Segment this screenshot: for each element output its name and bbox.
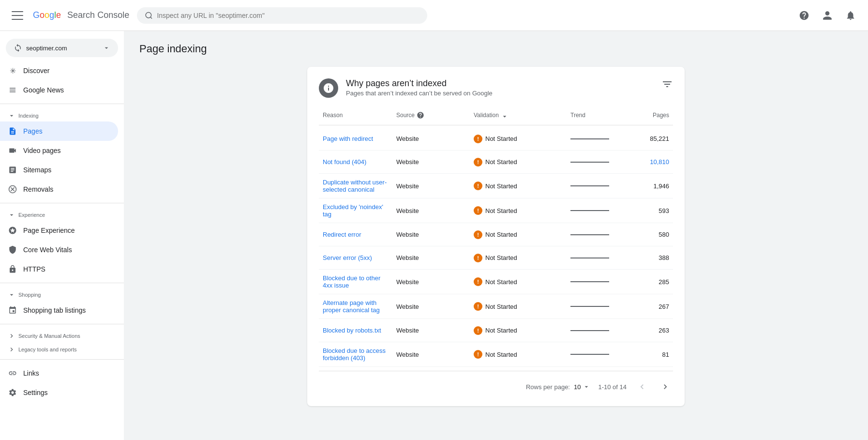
source-help-icon[interactable] <box>417 111 424 119</box>
sidebar-item-https[interactable]: HTTPS <box>0 259 118 279</box>
trend-line <box>570 354 609 355</box>
menu-button[interactable] <box>8 6 27 25</box>
removals-icon <box>8 184 17 194</box>
validation-status: Not Started <box>485 351 517 358</box>
page-title: Page indexing <box>139 43 853 55</box>
cell-reason[interactable]: Excluded by 'noindex' tag <box>319 198 392 223</box>
table-row: Alternate page with proper canonical tag… <box>319 294 673 319</box>
sidebar-label-links: Links <box>23 369 39 377</box>
cell-pages: 81 <box>625 346 673 363</box>
sidebar-item-shopping-tab[interactable]: Shopping tab listings <box>0 301 118 320</box>
sidebar-label-google-news: Google News <box>23 86 64 94</box>
notifications-button[interactable] <box>841 6 860 25</box>
table-row: Excluded by 'noindex' tag Website ! Not … <box>319 198 673 223</box>
col-reason: Reason <box>319 109 392 121</box>
cell-reason[interactable]: Blocked due to access forbidden (403) <box>319 342 392 366</box>
search-bar[interactable] <box>137 7 427 24</box>
logo-google: Google <box>33 10 61 20</box>
card-header: Why pages aren’t indexed Pages that aren… <box>319 78 673 98</box>
cell-pages[interactable]: 10,810 <box>625 153 673 170</box>
table-row: Blocked due to access forbidden (403) We… <box>319 342 673 367</box>
trend-line <box>570 281 609 282</box>
cell-validation: ! Not Started <box>470 249 567 267</box>
help-button[interactable] <box>794 6 814 25</box>
prev-page-button[interactable] <box>634 379 650 394</box>
validation-status: Not Started <box>485 278 517 286</box>
cell-reason[interactable]: Not found (404) <box>319 153 392 170</box>
sidebar-item-pages[interactable]: Pages <box>0 121 118 141</box>
topbar: Google Search Console <box>0 0 868 31</box>
cell-validation: ! Not Started <box>470 321 567 340</box>
cell-pages: 285 <box>625 273 673 290</box>
sidebar-label-shopping-tab: Shopping tab listings <box>23 306 86 314</box>
sidebar-item-links[interactable]: Links <box>0 364 118 383</box>
cell-reason[interactable]: Blocked by robots.txt <box>319 322 392 339</box>
validation-badge: ! Not Started <box>474 277 517 286</box>
cell-trend <box>567 325 625 336</box>
sidebar-item-google-news[interactable]: Google News <box>0 80 118 100</box>
cell-trend <box>567 301 625 312</box>
sidebar-item-removals[interactable]: Removals <box>0 180 118 199</box>
sidebar-item-core-web-vitals[interactable]: Core Web Vitals <box>0 240 118 259</box>
url-search-input[interactable] <box>157 12 419 19</box>
https-icon <box>8 264 17 274</box>
sidebar-section-shopping[interactable]: Shopping <box>0 287 124 301</box>
validation-warning-icon: ! <box>474 254 482 262</box>
validation-badge: ! Not Started <box>474 158 517 167</box>
sidebar-item-sitemaps[interactable]: Sitemaps <box>0 160 118 180</box>
cell-reason[interactable]: Blocked due to other 4xx issue <box>319 270 392 294</box>
trend-line <box>570 138 609 139</box>
video-icon <box>8 146 17 155</box>
shopping-icon <box>8 305 17 315</box>
rows-per-page-label: Rows per page: <box>526 383 570 391</box>
sidebar-item-settings[interactable]: Settings <box>0 383 118 402</box>
table-header: Reason Source Validation Trend Pages <box>319 109 673 125</box>
cell-reason[interactable]: Duplicate without user-selected canonica… <box>319 174 392 198</box>
cell-pages: 1,946 <box>625 178 673 195</box>
rows-per-page-value: 10 <box>574 383 581 391</box>
trend-line <box>570 330 609 331</box>
sidebar: seoptimer.com ✳ Discover Google News Ind… <box>0 31 124 440</box>
card-header-text: Why pages aren’t indexed Pages that aren… <box>346 78 493 97</box>
cell-validation: ! Not Started <box>470 345 567 364</box>
search-icon <box>145 11 153 20</box>
validation-badge: ! Not Started <box>474 326 517 335</box>
sidebar-item-video-pages[interactable]: Video pages <box>0 141 118 160</box>
cell-reason[interactable]: Server error (5xx) <box>319 249 392 266</box>
sidebar-section-indexing[interactable]: Indexing <box>0 108 124 121</box>
sidebar-section-experience[interactable]: Experience <box>0 207 124 221</box>
settings-icon <box>8 388 17 397</box>
google-search-console-logo: Google Search Console <box>33 10 129 20</box>
cell-pages: 593 <box>625 202 673 219</box>
sidebar-item-discover[interactable]: ✳ Discover <box>0 61 118 80</box>
cell-pages: 267 <box>625 298 673 315</box>
cell-validation: ! Not Started <box>470 201 567 220</box>
next-page-button[interactable] <box>658 379 673 394</box>
cell-trend <box>567 157 625 167</box>
chevron-down-icon <box>8 291 15 299</box>
trend-line <box>570 210 609 211</box>
site-selector[interactable]: seoptimer.com <box>6 39 118 57</box>
cell-reason[interactable]: Alternate page with proper canonical tag <box>319 294 392 319</box>
cell-reason[interactable]: Page with redirect <box>319 130 392 147</box>
shopping-section-label: Shopping <box>18 292 41 298</box>
cell-validation: ! Not Started <box>470 177 567 195</box>
cell-reason[interactable]: Redirect error <box>319 226 392 243</box>
table-row: Not found (404) Website ! Not Started 10… <box>319 151 673 174</box>
sidebar-section-legacy[interactable]: Legacy tools and reports <box>0 342 124 355</box>
asterisk-icon: ✳ <box>8 66 17 76</box>
col-validation[interactable]: Validation <box>470 109 567 121</box>
validation-status: Not Started <box>485 158 517 166</box>
rows-per-page-select[interactable]: 10 <box>574 383 590 391</box>
sidebar-label-core-web-vitals: Core Web Vitals <box>23 246 72 254</box>
sidebar-item-page-experience[interactable]: Page Experience <box>0 221 118 240</box>
validation-warning-icon: ! <box>474 326 482 335</box>
validation-badge: ! Not Started <box>474 302 517 311</box>
cell-trend <box>567 349 625 360</box>
cell-validation: ! Not Started <box>470 130 567 148</box>
profile-button[interactable] <box>818 6 837 25</box>
main-layout: seoptimer.com ✳ Discover Google News Ind… <box>0 31 868 440</box>
filter-button[interactable] <box>661 78 673 92</box>
help-icon <box>799 10 809 21</box>
sidebar-section-security[interactable]: Security & Manual Actions <box>0 328 124 342</box>
